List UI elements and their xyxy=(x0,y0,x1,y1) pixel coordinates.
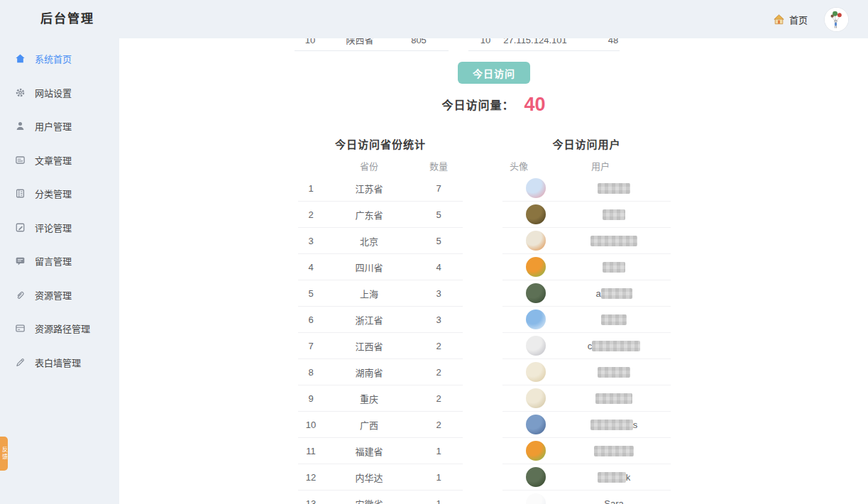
sidebar-item[interactable]: 分类管理 xyxy=(0,177,119,211)
user-avatar-thumbnail[interactable] xyxy=(526,231,546,251)
sidebar-item[interactable]: 网站设置 xyxy=(0,76,119,110)
today-visits-button[interactable]: 今日访问 xyxy=(458,62,530,84)
sidebar-item-icon xyxy=(15,188,26,199)
user-avatar[interactable] xyxy=(825,8,848,31)
user-name-cell: Sara xyxy=(569,498,659,504)
row-count: 5 xyxy=(414,236,463,246)
sidebar-item[interactable]: 资源路径管理 xyxy=(0,312,119,346)
user-avatar-thumbnail[interactable] xyxy=(526,178,546,198)
sidebar-item-label: 系统首页 xyxy=(35,52,72,65)
table-divider xyxy=(468,50,620,51)
sidebar-item-label: 用户管理 xyxy=(35,119,72,133)
row-count: 3 xyxy=(414,288,463,299)
user-name-cell xyxy=(569,262,659,273)
province-stats-table: 1 江苏省 7 2 广东省 5 3 北京 5 4 四川省 4 xyxy=(298,175,463,504)
user-table-row xyxy=(502,359,671,385)
sidebar-item[interactable]: 文章管理 xyxy=(0,143,119,177)
avatar-cell xyxy=(502,257,569,277)
censored-name-block xyxy=(601,288,632,299)
avatar-cell xyxy=(502,204,569,224)
user-avatar-thumbnail[interactable] xyxy=(526,257,546,277)
user-avatar-thumbnail[interactable] xyxy=(526,441,546,461)
censored-name-block xyxy=(598,367,630,378)
user-name-cell xyxy=(569,209,659,220)
row-count: 1 xyxy=(414,498,463,504)
row-rank: 11 xyxy=(298,446,324,456)
censored-name-block xyxy=(603,209,625,220)
row-province: 广东省 xyxy=(324,208,414,221)
row-count: 2 xyxy=(414,341,463,351)
province-table-row: 8 湖南省 2 xyxy=(298,359,463,385)
avatar-cell xyxy=(502,309,569,329)
user-table-row xyxy=(502,228,671,254)
sidebar: 系统首页 网站设置 用户管理 文章管理 分类管理 评论管理 留言管理 xyxy=(0,38,119,504)
row-count: 2 xyxy=(414,367,463,378)
avatar-cell xyxy=(502,441,569,461)
censored-name-block xyxy=(594,446,634,456)
users-table-header: 头像 用户 xyxy=(502,160,671,174)
user-table-row xyxy=(502,385,671,412)
visit-count-label: 今日访问量： xyxy=(441,96,514,113)
user-table-row xyxy=(502,202,671,228)
sidebar-item[interactable]: 资源管理 xyxy=(0,278,119,312)
visit-count-value: 40 xyxy=(524,95,545,114)
user-avatar-thumbnail[interactable] xyxy=(526,415,546,434)
user-avatar-thumbnail[interactable] xyxy=(526,336,546,356)
feedback-edge-tag[interactable]: 反馈 xyxy=(0,437,8,471)
row-province: 上海 xyxy=(324,287,414,300)
province-table-row: 2 广东省 5 xyxy=(298,202,463,228)
user-avatar-thumbnail[interactable] xyxy=(526,493,546,504)
top-row-ip: 27.115.124.101 xyxy=(503,38,566,48)
user-table-row: Sara xyxy=(502,491,671,504)
avatar-cell xyxy=(502,467,569,487)
user-name-cell: k xyxy=(569,472,659,483)
sidebar-item-label: 表白墙管理 xyxy=(35,356,81,369)
app-title: 后台管理 xyxy=(40,0,94,38)
sidebar-item[interactable]: 用户管理 xyxy=(0,109,119,143)
province-table-row: 3 北京 5 xyxy=(298,228,463,254)
censored-name-block xyxy=(601,314,627,325)
row-province: 浙江省 xyxy=(324,313,414,327)
col-province: 省份 xyxy=(324,160,414,174)
user-avatar-thumbnail[interactable] xyxy=(526,388,546,408)
user-table-row: s xyxy=(502,412,671,438)
topbar-right-cluster: 首页 xyxy=(773,0,848,38)
province-table-row: 10 广西 2 xyxy=(298,412,463,438)
user-table-row: k xyxy=(502,464,671,491)
province-table-row: 11 福建省 1 xyxy=(298,438,463,464)
feedback-edge-tag-label: 反馈 xyxy=(1,447,7,461)
censored-name-block xyxy=(603,262,625,273)
user-avatar-thumbnail[interactable] xyxy=(526,362,546,382)
avatar-cell xyxy=(502,336,569,356)
row-province: 广西 xyxy=(324,418,414,432)
user-name-cell: s xyxy=(569,420,659,430)
home-link-label: 首页 xyxy=(789,13,808,26)
sidebar-item[interactable]: 评论管理 xyxy=(0,211,119,245)
row-province: 内华达 xyxy=(324,471,414,484)
today-users-table: a xyxy=(502,175,671,504)
row-rank: 4 xyxy=(298,262,324,273)
user-avatar-thumbnail[interactable] xyxy=(526,283,546,303)
sidebar-item-label: 网站设置 xyxy=(35,86,72,99)
sidebar-item-label: 分类管理 xyxy=(35,187,72,200)
row-count: 2 xyxy=(414,420,463,430)
user-avatar-thumbnail[interactable] xyxy=(526,309,546,329)
top-bar: 后台管理 首页 xyxy=(0,0,868,38)
province-table-row: 12 内华达 1 xyxy=(298,464,463,491)
row-province: 安徽省 xyxy=(324,497,414,504)
row-count: 4 xyxy=(414,262,463,273)
row-province: 重庆 xyxy=(324,392,414,405)
sidebar-item[interactable]: 系统首页 xyxy=(0,42,119,76)
sidebar-item[interactable]: 表白墙管理 xyxy=(0,346,119,380)
sidebar-item[interactable]: 留言管理 xyxy=(0,244,119,278)
home-link[interactable]: 首页 xyxy=(773,13,808,26)
avatar-cell xyxy=(502,362,569,382)
user-name: Sara xyxy=(604,498,623,504)
table-divider xyxy=(295,50,449,51)
sidebar-item-label: 文章管理 xyxy=(35,153,72,167)
user-avatar-thumbnail[interactable] xyxy=(526,204,546,224)
user-avatar-thumbnail[interactable] xyxy=(526,467,546,487)
avatar-cell xyxy=(502,415,569,434)
avatar-cell xyxy=(502,283,569,303)
row-rank: 7 xyxy=(298,341,324,351)
